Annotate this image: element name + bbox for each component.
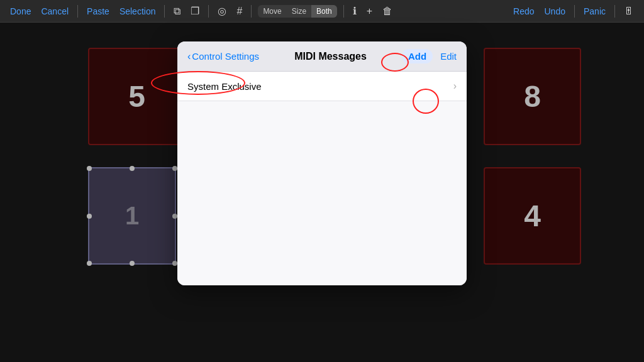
add-button[interactable]: Add	[402, 49, 433, 63]
copy-icon-btn[interactable]: ⧉	[171, 4, 183, 18]
delete-icon-btn[interactable]: 🗑	[380, 4, 395, 18]
undo-button[interactable]: Undo	[542, 5, 568, 18]
toolbar-separator-5	[343, 5, 344, 18]
modal-title: MIDI Messages	[294, 51, 367, 62]
modal-overlay: ‹ Control Settings MIDI Messages Add Edi…	[0, 23, 644, 362]
selection-button[interactable]: Selection	[117, 5, 158, 18]
cancel-button[interactable]: Cancel	[38, 5, 71, 18]
toolbar-separator-3	[208, 5, 209, 18]
both-button[interactable]: Both	[311, 5, 337, 18]
grid-icon-btn[interactable]: #	[234, 4, 245, 18]
modal-header: ‹ Control Settings MIDI Messages Add Edi…	[177, 41, 467, 72]
system-exclusive-item[interactable]: System Exclusive ›	[177, 72, 467, 101]
back-navigation[interactable]: ‹ Control Settings	[187, 51, 259, 62]
paste-icon-btn[interactable]: ❐	[188, 4, 202, 18]
paste-button[interactable]: Paste	[84, 5, 112, 18]
info-icon-btn[interactable]: ℹ	[350, 4, 359, 18]
main-area: 5 8 1 4 ‹ Control Settings MIDI Messa	[0, 23, 644, 362]
size-button[interactable]: Size	[287, 5, 311, 18]
modal-body: System Exclusive ›	[177, 72, 467, 285]
move-button[interactable]: Move	[258, 5, 286, 18]
done-button[interactable]: Done	[8, 5, 33, 18]
panic-button[interactable]: Panic	[581, 5, 608, 18]
back-chevron-icon: ‹	[187, 51, 191, 62]
toolbar-separator-4	[251, 5, 252, 18]
edit-button[interactable]: Edit	[440, 51, 457, 62]
target-icon-btn[interactable]: ◎	[215, 4, 229, 18]
back-label: Control Settings	[192, 51, 259, 62]
toolbar: Done Cancel Paste Selection ⧉ ❐ ◎ # Move…	[0, 0, 644, 23]
toolbar-separator-2	[164, 5, 165, 18]
midi-messages-modal: ‹ Control Settings MIDI Messages Add Edi…	[177, 41, 467, 285]
toolbar-separator-6	[574, 5, 575, 18]
modal-action-buttons: Add Edit	[402, 49, 457, 63]
system-exclusive-label: System Exclusive	[187, 81, 262, 92]
toolbar-separator-7	[614, 5, 615, 18]
item-chevron-icon: ›	[453, 80, 457, 92]
mode-group: Move Size Both	[258, 5, 336, 18]
redo-button[interactable]: Redo	[511, 5, 536, 18]
mixer-icon-btn[interactable]: 🎚	[621, 4, 636, 18]
toolbar-separator-1	[77, 5, 78, 18]
add-icon-btn[interactable]: +	[364, 4, 375, 18]
